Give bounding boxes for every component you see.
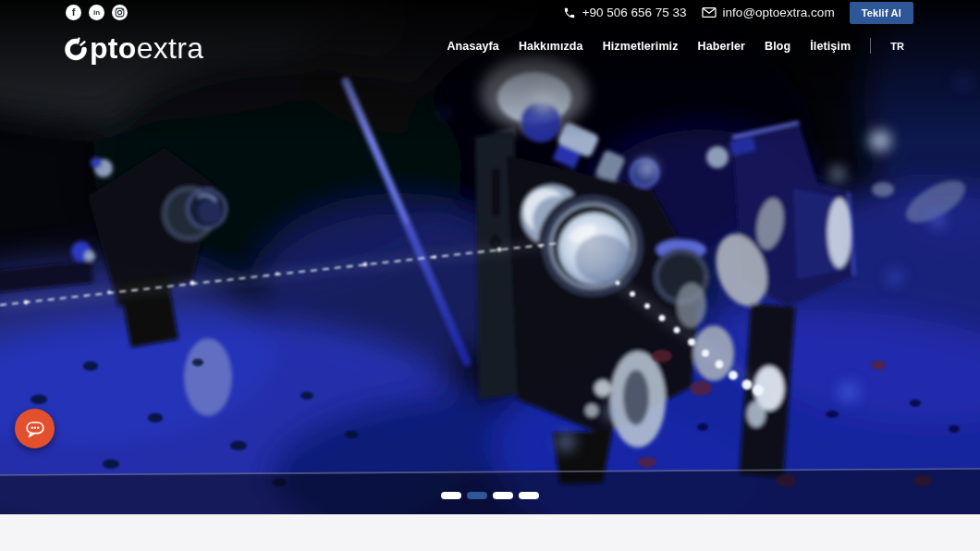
language-selector[interactable]: TR bbox=[890, 41, 904, 52]
nav-item-hakkimizda[interactable]: Hakkımızda bbox=[519, 40, 583, 53]
carousel-dot-3[interactable] bbox=[493, 492, 513, 499]
email-icon bbox=[702, 6, 717, 18]
main-nav: Anasayfa Hakkımızda Hizmetlerimiz Haberl… bbox=[447, 38, 904, 54]
carousel-dot-1[interactable] bbox=[441, 492, 461, 499]
nav-item-blog[interactable]: Blog bbox=[765, 40, 790, 53]
contact-bar: +90 506 656 75 33 info@optoextra.com Tek… bbox=[563, 0, 913, 25]
bottom-strip bbox=[0, 514, 980, 551]
nav-item-haberler[interactable]: Haberler bbox=[698, 40, 746, 53]
get-quote-button[interactable]: Teklif Al bbox=[850, 2, 913, 24]
linkedin-link[interactable]: in bbox=[89, 5, 104, 20]
facebook-icon: f bbox=[72, 7, 76, 18]
linkedin-icon: in bbox=[93, 9, 100, 17]
nav-item-hizmetlerimiz[interactable]: Hizmetlerimiz bbox=[603, 40, 679, 53]
language-separator bbox=[870, 38, 871, 54]
carousel-dot-4[interactable] bbox=[519, 492, 539, 499]
logo-text-bold: pto bbox=[90, 31, 137, 66]
chat-button[interactable] bbox=[15, 409, 55, 448]
nav-item-anasayfa[interactable]: Anasayfa bbox=[447, 40, 498, 53]
nav-item-iletisim[interactable]: İletişim bbox=[810, 40, 851, 53]
carousel-dots bbox=[441, 492, 539, 499]
instagram-link[interactable] bbox=[112, 5, 128, 20]
social-links: f in bbox=[66, 5, 128, 20]
phone-icon bbox=[563, 6, 576, 19]
phone-number: +90 506 656 75 33 bbox=[582, 6, 687, 19]
hero-image bbox=[0, 0, 980, 515]
facebook-link[interactable]: f bbox=[66, 5, 81, 20]
phone-link[interactable]: +90 506 656 75 33 bbox=[563, 6, 687, 19]
page: f in +90 506 656 75 33 info@optoextra.c bbox=[0, 0, 980, 551]
instagram-icon bbox=[115, 7, 125, 18]
logo-lens-o-icon bbox=[64, 36, 89, 61]
chat-bubble-icon bbox=[23, 417, 47, 441]
logo[interactable]: ptoextra bbox=[64, 31, 203, 66]
email-link[interactable]: info@optoextra.com bbox=[702, 6, 835, 19]
email-address: info@optoextra.com bbox=[723, 6, 835, 19]
carousel-dot-2[interactable] bbox=[467, 492, 487, 499]
logo-text-light: extra bbox=[137, 31, 204, 66]
